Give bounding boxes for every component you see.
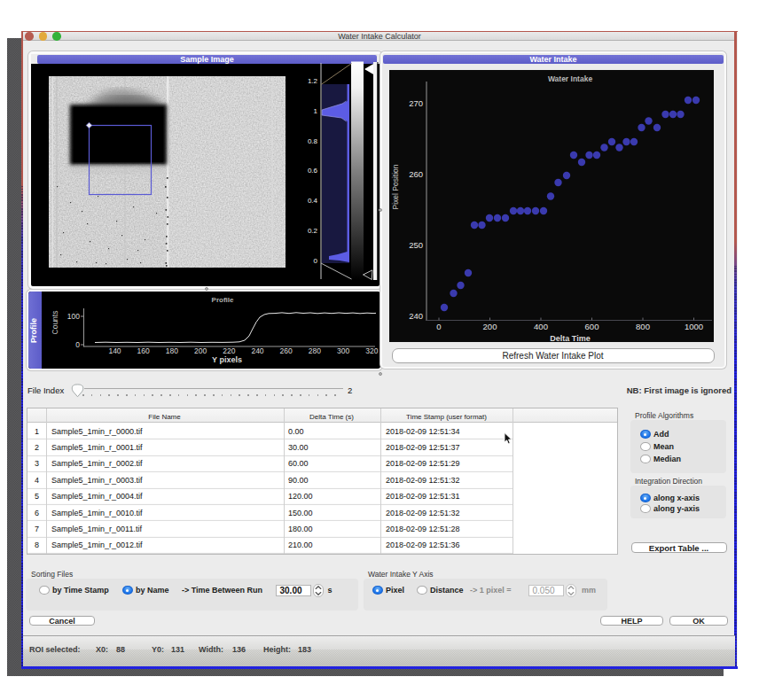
svg-text:0: 0	[75, 340, 80, 349]
svg-text:280: 280	[309, 346, 321, 355]
svg-text:0.4: 0.4	[308, 197, 318, 205]
svg-text:240: 240	[409, 311, 423, 321]
svg-text:1000: 1000	[685, 322, 703, 331]
svg-text:0: 0	[314, 257, 318, 265]
svg-text:0: 0	[436, 322, 441, 331]
svg-text:260: 260	[409, 169, 423, 179]
svg-text:400: 400	[534, 322, 548, 331]
svg-text:300: 300	[337, 346, 349, 355]
svg-text:180: 180	[166, 346, 178, 355]
svg-text:140: 140	[108, 346, 121, 355]
svg-text:600: 600	[585, 322, 599, 331]
svg-text:100: 100	[67, 312, 80, 321]
svg-text:Delta Time: Delta Time	[550, 334, 590, 342]
svg-text:320: 320	[365, 346, 378, 355]
svg-text:Pixel Position: Pixel Position	[391, 164, 400, 209]
svg-text:Counts: Counts	[51, 311, 59, 335]
svg-text:Profile: Profile	[212, 296, 234, 304]
svg-text:1: 1	[314, 107, 318, 115]
svg-text:0.6: 0.6	[308, 167, 318, 175]
svg-text:800: 800	[636, 322, 650, 331]
svg-text:160: 160	[137, 346, 150, 355]
svg-text:270: 270	[409, 98, 423, 108]
svg-text:Water Intake: Water Intake	[548, 74, 593, 83]
svg-text:220: 220	[223, 346, 235, 355]
svg-text:200: 200	[194, 346, 207, 355]
svg-text:Y pixels: Y pixels	[212, 355, 242, 364]
svg-text:240: 240	[251, 346, 263, 355]
svg-text:200: 200	[483, 322, 497, 331]
svg-text:0.2: 0.2	[308, 227, 318, 235]
svg-text:260: 260	[280, 346, 293, 355]
svg-text:250: 250	[409, 240, 423, 250]
svg-text:0.8: 0.8	[308, 137, 318, 145]
svg-text:1.2: 1.2	[308, 77, 318, 85]
